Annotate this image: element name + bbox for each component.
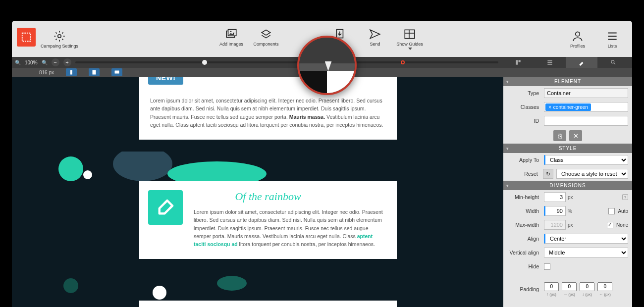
hide-label: Hide: [503, 263, 541, 269]
align-label: Align: [503, 236, 541, 242]
profiles-button[interactable]: Profiles: [563, 30, 592, 49]
hide-checkbox[interactable]: [544, 263, 550, 270]
app-brand-icon[interactable]: [17, 28, 36, 47]
valign-select[interactable]: Middle: [544, 248, 628, 257]
classes-field[interactable]: ×container-green: [544, 102, 628, 112]
content-card-1[interactable]: NEW! Paint with all the colors Lorem ips…: [139, 77, 397, 140]
campaign-settings-button[interactable]: Campaing Settings: [41, 30, 78, 49]
canvas-viewport[interactable]: NEW! Paint with all the colors Lorem ips…: [12, 77, 503, 307]
breakpoint-indicator[interactable]: [401, 60, 405, 64]
width-input[interactable]: [544, 206, 566, 216]
reset-button[interactable]: ↻: [543, 169, 553, 179]
add-images-button[interactable]: Add Images: [216, 28, 246, 50]
row-type: Type: [503, 86, 632, 100]
remove-class-icon[interactable]: ×: [548, 104, 551, 110]
profile-icon: [571, 30, 584, 43]
max-width-input: [544, 220, 566, 230]
show-guides-label: Show Guides: [396, 42, 423, 47]
svg-rect-15: [93, 70, 96, 75]
duplicate-button[interactable]: ⎘: [553, 130, 566, 141]
element-actions: ⎘ ✕: [503, 128, 632, 144]
min-height-label: Min-height: [503, 194, 541, 200]
align-select[interactable]: Center: [544, 234, 628, 244]
chevron-down-icon: [408, 48, 412, 50]
auto-label: Auto: [618, 208, 628, 214]
show-guides-button[interactable]: Show Guides: [395, 28, 425, 50]
valign-label: Vertical align: [503, 250, 541, 256]
components-button[interactable]: Components: [251, 28, 281, 50]
row-reset: Reset ↻ Choose a style to reset: [503, 167, 632, 181]
max-width-label: Max-width: [503, 222, 541, 228]
row-hide: Hide: [503, 259, 632, 273]
pad-right-input[interactable]: [562, 282, 577, 291]
apply-to-label: Apply To: [503, 157, 541, 163]
help-icon[interactable]: ?: [622, 194, 628, 200]
card2-body: Lorem ipsum dolor sit amet, consectetur …: [194, 208, 386, 248]
tab-search[interactable]: [597, 57, 629, 68]
device-mobile-button[interactable]: [66, 68, 77, 76]
type-label: Type: [503, 90, 541, 96]
pad-bottom-input[interactable]: [580, 282, 594, 291]
svg-rect-8: [516, 60, 518, 64]
class-tag[interactable]: ×container-green: [545, 103, 591, 111]
auto-checkbox[interactable]: [608, 208, 615, 214]
svg-rect-6: [405, 30, 415, 38]
id-label: ID: [503, 118, 541, 124]
lists-icon: [606, 30, 619, 43]
device-desktop-button[interactable]: [111, 68, 122, 76]
send-icon: [369, 28, 381, 41]
tab-style[interactable]: [566, 57, 597, 68]
components-icon: [260, 28, 272, 41]
width-unit: %: [566, 206, 580, 216]
pad-left-input[interactable]: [597, 282, 612, 291]
device-tablet-button[interactable]: [89, 68, 100, 76]
gear-icon: [53, 30, 66, 43]
svg-rect-0: [22, 33, 31, 41]
images-icon: [225, 28, 238, 41]
apply-to-select[interactable]: Class: [544, 155, 628, 165]
tab-layout[interactable]: [502, 57, 534, 68]
section-element-header[interactable]: ELEMENT: [503, 77, 632, 86]
row-max-width: Max-width px None: [503, 218, 632, 232]
none-checkbox[interactable]: [607, 222, 613, 228]
section-dimensions-header[interactable]: DIMENSIONS: [503, 181, 632, 190]
breakpoint-track[interactable]: [75, 61, 498, 63]
reset-select[interactable]: Choose a style to reset: [556, 169, 628, 179]
row-padding: Padding ↑ (px) → (px) ↓ (px) ← (px): [503, 279, 632, 299]
id-field[interactable]: [544, 116, 628, 126]
lists-button[interactable]: Lists: [597, 30, 627, 49]
add-images-label: Add Images: [219, 42, 243, 47]
card1-body: Lorem ipsum dolor sit amet, consectetur …: [150, 97, 386, 129]
row-apply-to: Apply To Class: [503, 153, 632, 167]
zoom-plus-button[interactable]: +: [63, 58, 71, 66]
inspector-tabs: [502, 57, 629, 68]
reset-label: Reset: [503, 171, 540, 177]
main-area: NEW! Paint with all the colors Lorem ips…: [12, 77, 632, 307]
content-card-2[interactable]: Of the rainbow Lorem ipsum dolor sit ame…: [139, 181, 397, 259]
section-style-header[interactable]: STYLE: [503, 144, 632, 153]
tab-rows[interactable]: [534, 57, 566, 68]
row-valign: Vertical align Middle: [503, 246, 632, 259]
min-height-input[interactable]: [544, 192, 566, 202]
svg-rect-11: [547, 62, 552, 63]
row-min-height: Min-height px ?: [503, 190, 632, 204]
pad-top-input[interactable]: [544, 282, 559, 291]
email-canvas[interactable]: NEW! Paint with all the colors Lorem ips…: [12, 77, 503, 307]
content-card-3[interactable]: To create your design Lorem ipsum dolor …: [139, 301, 397, 307]
campaign-settings-label: Campaing Settings: [41, 44, 78, 49]
zoom-in-icon[interactable]: 🔍: [15, 60, 21, 65]
delete-button[interactable]: ✕: [569, 130, 582, 141]
breakpoint-marker[interactable]: [202, 60, 207, 65]
row-id: ID: [503, 114, 632, 128]
zoom-out-icon[interactable]: 🔍: [42, 60, 48, 65]
send-button[interactable]: Send: [360, 28, 390, 50]
svg-rect-12: [547, 64, 552, 65]
paintbrush-icon: [148, 190, 183, 225]
guides-icon: [403, 28, 416, 41]
decorative-band-1: [54, 152, 333, 181]
zoom-minus-button[interactable]: −: [52, 58, 59, 66]
inspector-sidebar: ELEMENT Type Classes ×container-green ID…: [503, 77, 632, 307]
width-label: Width: [503, 208, 541, 214]
row-classes: Classes ×container-green: [503, 100, 632, 114]
profiles-label: Profiles: [570, 44, 585, 49]
